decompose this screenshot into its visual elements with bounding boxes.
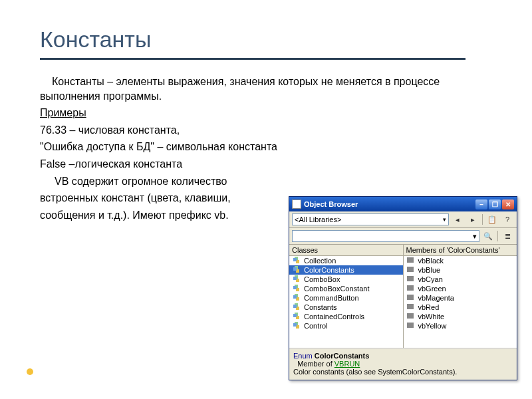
chevron-down-icon: ▾ <box>443 216 446 223</box>
search-button[interactable]: 🔍 <box>481 230 495 242</box>
list-item-label: Collection <box>304 257 336 265</box>
list-item[interactable]: ColorConstants <box>289 265 403 275</box>
constant-icon <box>406 303 416 311</box>
list-item-label: ComboBox <box>304 275 340 283</box>
library-select[interactable]: <All Libraries> ▾ <box>292 213 449 225</box>
class-icon <box>292 313 301 321</box>
copy-button[interactable]: 📋 <box>485 213 499 225</box>
detail-line-1: Enum ColorConstants <box>293 352 513 360</box>
members-header: Members of 'ColorConstants' <box>404 245 517 256</box>
toolbar-separator <box>482 214 483 225</box>
class-icon <box>292 303 301 311</box>
list-item[interactable]: Constants <box>289 303 403 312</box>
help-button[interactable]: ? <box>501 213 514 225</box>
constant-icon <box>406 294 416 302</box>
detail-member-of-label: Member of <box>297 360 332 368</box>
constant-icon <box>406 313 416 321</box>
class-icon <box>292 322 301 330</box>
constant-icon <box>406 285 416 293</box>
chevron-down-icon: ▾ <box>473 232 477 241</box>
class-icon <box>292 257 301 265</box>
back-button[interactable]: ◂ <box>451 213 464 225</box>
object-browser-window: Object Browser – ❐ ✕ <All Libraries> ▾ ◂… <box>289 196 517 380</box>
list-item[interactable]: vbYellow <box>404 321 517 331</box>
list-item[interactable]: ComboBoxConstant <box>289 284 403 293</box>
list-item-label: vbBlack <box>418 257 444 265</box>
list-item[interactable]: Control <box>289 321 403 331</box>
list-item-label: ComboBoxConstant <box>304 285 369 293</box>
detail-keyword: Enum <box>293 352 313 360</box>
search-input[interactable]: ▾ <box>292 230 479 242</box>
minimize-button[interactable]: – <box>475 200 487 209</box>
example-1: 76.33 – числовая константа, <box>40 123 492 138</box>
list-item[interactable]: Collection <box>289 256 403 265</box>
object-browser-panes: Classes CollectionColorConstantsComboBox… <box>289 245 517 348</box>
list-item-label: CommandButton <box>304 294 359 302</box>
object-browser-app-icon <box>292 200 301 209</box>
list-item[interactable]: CommandButton <box>289 293 403 303</box>
list-item-label: vbGreen <box>418 285 446 293</box>
list-item-label: Control <box>304 322 327 330</box>
definition-text: Константы – элементы выражения, значения… <box>40 74 492 103</box>
object-browser-searchbar: ▾ 🔍 ≣ <box>289 228 517 245</box>
title-underline <box>40 58 466 60</box>
list-item[interactable]: vbRed <box>404 303 517 312</box>
detail-line-2: Member of VBRUN <box>293 360 513 368</box>
object-browser-titlebar[interactable]: Object Browser – ❐ ✕ <box>289 197 517 211</box>
list-item[interactable]: vbGreen <box>404 284 517 293</box>
list-item[interactable]: ContainedControls <box>289 312 403 321</box>
list-item-label: vbYellow <box>418 322 447 330</box>
body-line-4: VB содержит огромное количество <box>40 174 492 189</box>
constant-icon <box>406 257 416 265</box>
forward-button[interactable]: ▸ <box>466 213 479 225</box>
members-list[interactable]: vbBlackvbBluevbCyanvbGreenvbMagentavbRed… <box>404 256 517 348</box>
class-icon <box>292 275 301 283</box>
list-item[interactable]: vbWhite <box>404 312 517 321</box>
class-icon <box>292 266 301 274</box>
detail-description: Color constants (also see SystemColorCon… <box>293 368 513 376</box>
list-item-label: vbRed <box>418 303 440 311</box>
class-icon <box>292 294 301 302</box>
list-item-label: vbBlue <box>418 266 441 274</box>
list-item-label: vbWhite <box>418 313 445 321</box>
classes-list[interactable]: CollectionColorConstantsComboBoxComboBox… <box>289 256 403 348</box>
constant-icon <box>406 266 416 274</box>
members-pane: Members of 'ColorConstants' vbBlackvbBlu… <box>403 245 517 348</box>
constant-icon <box>406 275 416 283</box>
classes-pane: Classes CollectionColorConstantsComboBox… <box>289 245 403 348</box>
detail-library-link[interactable]: VBRUN <box>334 360 360 368</box>
maximize-button[interactable]: ❐ <box>489 200 501 209</box>
list-item[interactable]: vbMagenta <box>404 293 517 303</box>
list-item-label: Constants <box>304 303 337 311</box>
detail-pane: Enum ColorConstants Member of VBRUN Colo… <box>289 348 517 380</box>
list-item-label: ContainedControls <box>304 313 364 321</box>
library-select-value: <All Libraries> <box>295 215 341 223</box>
list-item-label: vbCyan <box>418 275 443 283</box>
classes-header: Classes <box>289 245 403 256</box>
examples-label: Примеры <box>40 106 492 120</box>
list-item-label: vbMagenta <box>418 294 454 302</box>
list-item[interactable]: ComboBox <box>289 275 403 284</box>
object-browser-toolbar: <All Libraries> ▾ ◂ ▸ 📋 ? <box>289 211 517 228</box>
constant-icon <box>406 322 416 330</box>
example-2: "Ошибка доступа к БД" – символьная конст… <box>40 140 492 154</box>
detail-name: ColorConstants <box>315 352 370 360</box>
object-browser-title: Object Browser <box>304 200 358 208</box>
slide-title: Константы <box>40 27 492 53</box>
bullet-dot-icon <box>27 368 33 375</box>
example-3: False –логическая константа <box>40 157 492 172</box>
list-item-label: ColorConstants <box>304 266 354 274</box>
close-button[interactable]: ✕ <box>502 200 514 209</box>
toolbar-separator <box>497 231 498 241</box>
list-item[interactable]: vbCyan <box>404 275 517 284</box>
class-icon <box>292 285 301 293</box>
show-search-results-button[interactable]: ≣ <box>501 230 514 242</box>
list-item[interactable]: vbBlue <box>404 265 517 275</box>
list-item[interactable]: vbBlack <box>404 256 517 265</box>
